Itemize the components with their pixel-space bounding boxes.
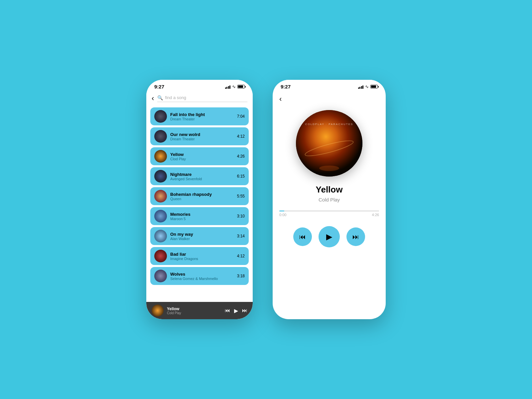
progress-container: 0:00 4:26	[279, 210, 379, 217]
search-bar[interactable]: 🔍 find a song	[157, 95, 247, 102]
song-title: Memories	[170, 212, 234, 217]
np-play-button[interactable]: ▶	[234, 308, 238, 314]
song-title: On my way	[170, 232, 234, 237]
song-artist: Alan Walker	[170, 237, 234, 241]
song-item[interactable]: Our new wolrd Dream Theater 4:12	[150, 127, 249, 145]
song-info: Fall into the light Dream Theater	[170, 112, 234, 121]
song-duration: 3:10	[237, 214, 245, 218]
progress-times: 0:00 4:26	[279, 213, 379, 217]
song-duration: 4:12	[237, 254, 245, 258]
song-duration: 7:04	[237, 114, 245, 119]
progress-bar[interactable]	[279, 210, 379, 211]
song-info: Our new wolrd Dream Theater	[170, 132, 234, 141]
song-item[interactable]: Wolves Selena Gomez & Marshmello 3:18	[150, 267, 249, 285]
player-song-title: Yellow	[316, 185, 343, 195]
now-playing-title: Yellow	[167, 307, 221, 311]
song-info: Yellow Clod Play	[170, 152, 234, 161]
now-playing-bar: Yellow Cold Play ⏮ ▶ ⏭	[146, 302, 253, 319]
song-artist: Dream Theater	[170, 117, 234, 121]
song-info: On my way Alan Walker	[170, 232, 234, 241]
status-bar-player: 9:27 ∿	[273, 80, 386, 91]
song-title: Yellow	[170, 152, 234, 157]
np-next-button[interactable]: ⏭	[242, 308, 247, 314]
status-icons-list: ∿	[225, 84, 245, 89]
song-artist: Clod Play	[170, 157, 234, 161]
album-art-large: COLDPLAY · PARACHUTES C	[296, 110, 362, 177]
song-art	[154, 170, 167, 183]
song-duration: 3:18	[237, 274, 245, 278]
song-art	[154, 190, 167, 202]
song-artist: Maroon 5	[170, 217, 234, 221]
song-title: Wolves	[170, 272, 234, 277]
song-info: Wolves Selena Gomez & Marshmello	[170, 272, 234, 281]
progress-end: 4:26	[372, 213, 379, 217]
battery-icon-player	[370, 85, 378, 88]
song-duration: 6:15	[237, 174, 245, 179]
now-playing-art	[152, 305, 164, 317]
song-item[interactable]: Fall into the light Dream Theater 7:04	[150, 107, 249, 125]
song-list: Fall into the light Dream Theater 7:04 O…	[146, 106, 253, 302]
song-duration: 4:12	[237, 134, 245, 139]
song-duration: 5:55	[237, 194, 245, 199]
status-time-player: 9:27	[281, 84, 291, 89]
song-art	[154, 130, 167, 143]
song-art	[154, 210, 167, 222]
album-art-svg: COLDPLAY · PARACHUTES	[296, 110, 362, 177]
back-button-list[interactable]: ‹	[152, 94, 154, 103]
player-controls: ⏮ ▶ ⏭	[293, 226, 365, 247]
progress-fill	[279, 210, 284, 211]
song-info: Memories Maroon 5	[170, 212, 234, 221]
song-item[interactable]: Bohemian rhapsody Queen 5:55	[150, 187, 249, 205]
back-button-player[interactable]: ‹	[279, 95, 282, 103]
wifi-icon-player: ∿	[365, 84, 369, 89]
now-playing-artist: Cold Play	[167, 311, 221, 315]
song-art	[154, 270, 167, 282]
song-artist: Dream Theater	[170, 137, 234, 141]
status-icons-player: ∿	[358, 84, 378, 89]
song-item[interactable]: Bad liar Imagine Dragons 4:12	[150, 247, 249, 265]
progress-start: 0:00	[279, 213, 286, 217]
song-art	[154, 250, 167, 262]
search-icon: 🔍	[157, 95, 163, 100]
status-bar-list: 9:27 ∿	[146, 80, 253, 91]
list-header: ‹ 🔍 find a song	[146, 91, 253, 106]
status-time-list: 9:27	[154, 84, 164, 89]
svg-point-3	[319, 166, 339, 171]
song-artist: Avenged Sevenfold	[170, 177, 234, 181]
song-title: Bad liar	[170, 252, 234, 257]
song-item[interactable]: Yellow Clod Play 4:26	[150, 147, 249, 165]
song-item[interactable]: Memories Maroon 5 3:10	[150, 207, 249, 225]
song-artist: Imagine Dragons	[170, 257, 234, 261]
signal-icon-player	[358, 85, 364, 89]
song-title: Our new wolrd	[170, 132, 234, 137]
song-info: Bad liar Imagine Dragons	[170, 252, 234, 261]
player-song-artist: Cold Play	[319, 197, 340, 202]
song-title: Bohemian rhapsody	[170, 192, 234, 197]
song-info: Bohemian rhapsody Queen	[170, 192, 234, 201]
song-art	[154, 110, 167, 123]
song-art	[154, 150, 167, 163]
svg-text:COLDPLAY · PARACHUTES: COLDPLAY · PARACHUTES	[305, 123, 353, 126]
search-placeholder: find a song	[165, 95, 186, 100]
now-playing-info: Yellow Cold Play	[167, 307, 221, 315]
np-prev-button[interactable]: ⏮	[225, 308, 230, 314]
prev-button[interactable]: ⏮	[293, 227, 312, 246]
song-title: Nightmare	[170, 172, 234, 177]
song-item[interactable]: Nightmare Avenged Sevenfold 6:15	[150, 167, 249, 185]
song-artist: Selena Gomez & Marshmello	[170, 277, 234, 281]
wifi-icon: ∿	[232, 84, 236, 89]
phone-list: 9:27 ∿ ‹ 🔍 find a song Fall into the lig…	[146, 80, 253, 319]
song-item[interactable]: On my way Alan Walker 3:14	[150, 227, 249, 245]
song-duration: 3:14	[237, 234, 245, 238]
song-duration: 4:26	[237, 154, 245, 159]
song-art	[154, 230, 167, 242]
play-button[interactable]: ▶	[319, 226, 340, 247]
next-button[interactable]: ⏭	[346, 227, 365, 246]
song-info: Nightmare Avenged Sevenfold	[170, 172, 234, 181]
song-title: Fall into the light	[170, 112, 234, 117]
now-playing-controls: ⏮ ▶ ⏭	[225, 308, 247, 314]
signal-icon	[225, 85, 231, 89]
battery-icon	[237, 85, 245, 88]
phone-player: 9:27 ∿ ‹ COLDPLAY · PARACHUTES	[273, 80, 386, 319]
song-artist: Queen	[170, 197, 234, 201]
